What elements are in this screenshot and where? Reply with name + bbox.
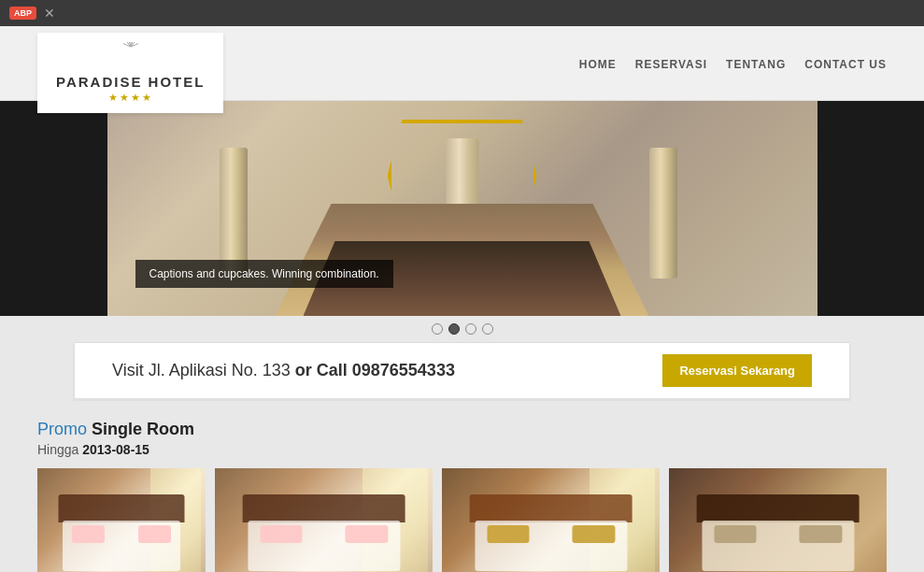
promo-date-plain: Hingga (37, 442, 82, 457)
bed-headboard-suite (696, 494, 860, 522)
pillow-double-left (487, 525, 530, 543)
room-thumb-single (215, 468, 433, 572)
nav-contact[interactable]: CONTACT US (804, 55, 887, 72)
logo-name: PARADISE HOTEL (56, 74, 205, 90)
column-right (649, 148, 677, 279)
room-card-double: Double Room Rp600000 📶 📺 ❄ 🛏 (442, 468, 660, 572)
promo-main-room (37, 468, 206, 572)
column-left (220, 148, 248, 279)
info-text: Visit Jl. Aplikasi No. 133 or Call 09876… (112, 361, 455, 380)
info-address: Visit Jl. Aplikasi No. 133 (112, 361, 295, 379)
main-nav: HOME RESERVASI TENTANG CONTACT US (579, 55, 887, 72)
bed-shape-single (248, 521, 400, 571)
promo-date: Hingga 2013-08-15 (37, 442, 887, 457)
pillow-double-right (572, 525, 615, 543)
site-header: PARADISE HOTEL ★★★★ HOME RESERVASI TENTA… (0, 26, 924, 101)
promo-room-image (37, 468, 206, 572)
room-thumb-suite (669, 468, 887, 572)
reservasi-button[interactable]: Reservasi Sekarang (662, 354, 812, 387)
promo-room-thumb (37, 468, 206, 572)
room-card-single: Single Room Rp400000 📶 📺 ❄ 🛏 (215, 468, 433, 572)
rooms-container: Single Room Rp400000 📶 📺 ❄ 🛏 (37, 468, 887, 572)
nav-tentang[interactable]: TENTANG (726, 55, 786, 72)
pillow-suite-right (799, 525, 842, 543)
pillow-single-right (345, 525, 388, 543)
info-phone: or Call 09876554333 (295, 361, 455, 379)
nav-reservasi[interactable]: RESERVASI (635, 55, 707, 72)
logo-sun-icon (112, 42, 149, 70)
bed-headboard (59, 494, 185, 522)
bed-shape-double (475, 521, 627, 571)
adblock-icon: ABP (9, 7, 36, 20)
pillow-right (138, 525, 171, 543)
browser-bar: ABP ✕ (0, 0, 924, 26)
slider-dot-1[interactable] (448, 323, 460, 335)
room-image-suite (669, 468, 887, 572)
logo-area: PARADISE HOTEL ★★★★ (37, 33, 223, 113)
close-button[interactable]: ✕ (44, 6, 55, 21)
promo-section: Promo Single Room Hingga 2013-08-15 (0, 401, 924, 572)
room-image-single (215, 468, 433, 572)
logo-stars: ★★★★ (108, 92, 153, 104)
pillow-suite-left (714, 525, 757, 543)
pillow-left (72, 525, 105, 543)
slider-dots (0, 316, 924, 342)
slider-dot-3[interactable] (482, 323, 493, 335)
room-image-double (442, 468, 660, 572)
slider-caption: Captions and cupcakes. Winning combinati… (135, 260, 393, 288)
room-card-suite: Suite Room Rp15000000 📶 📺 ❄ 🛏 (669, 468, 887, 572)
bed-shape-suite (702, 521, 854, 571)
hero-slider: Captions and cupcakes. Winning combinati… (0, 101, 924, 342)
promo-header: Promo Single Room Hingga 2013-08-15 (37, 420, 887, 457)
info-bar: Visit Jl. Aplikasi No. 133 or Call 09876… (75, 342, 849, 401)
room-thumb-double (442, 468, 660, 572)
hero-image: Captions and cupcakes. Winning combinati… (107, 101, 817, 316)
promo-date-bold: 2013-08-15 (82, 442, 149, 457)
slider-dot-2[interactable] (465, 323, 476, 335)
bed-headboard-double (469, 494, 633, 522)
slider-dot-0[interactable] (432, 323, 443, 335)
promo-title: Promo Single Room (37, 420, 887, 439)
bed-shape (63, 521, 180, 571)
nav-home[interactable]: HOME (579, 55, 617, 72)
pillow-single-left (260, 525, 303, 543)
promo-title-plain: Promo (37, 420, 92, 438)
promo-title-bold: Single Room (92, 420, 194, 438)
bed-headboard-single (242, 494, 405, 522)
